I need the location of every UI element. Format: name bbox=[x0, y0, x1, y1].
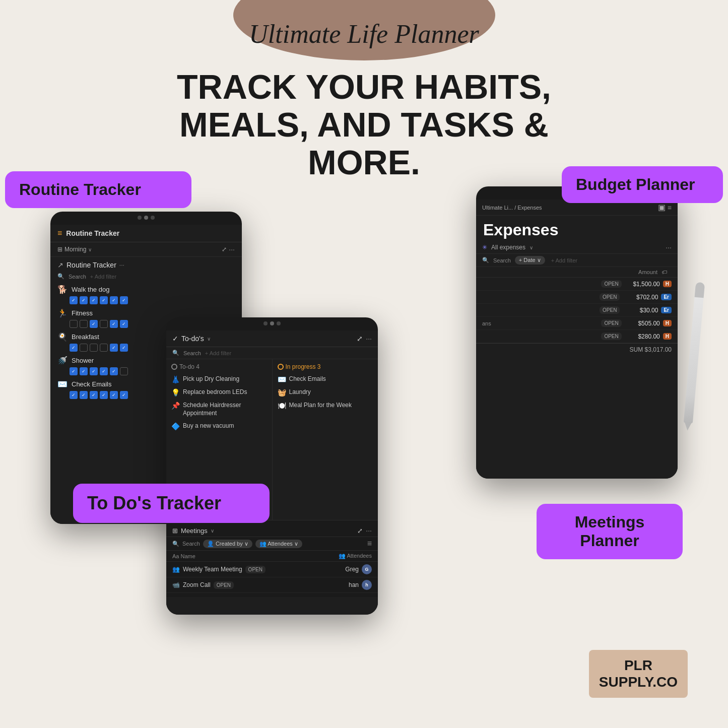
status-badge: OPEN bbox=[601, 319, 621, 327]
plr-line1: PLR bbox=[599, 657, 678, 674]
checkbox: ✓ bbox=[120, 344, 128, 352]
attendees-filter: 👥 Attendees ∨ bbox=[255, 540, 302, 548]
checkbox bbox=[90, 344, 98, 352]
checkbox bbox=[100, 320, 108, 328]
todo-col-in-progress: In progress 3 ✉️ Check Emails 🧺 Laundry … bbox=[273, 359, 378, 520]
checkbox: ✓ bbox=[100, 391, 108, 399]
todo-col-header: To-do 4 bbox=[171, 363, 267, 370]
in-progress-label: In progress 3 bbox=[286, 363, 321, 370]
todo-item: 🍽️ Meal Plan for the Week bbox=[278, 402, 373, 410]
expense-amount: $505.00 bbox=[625, 320, 660, 327]
status-badge: OPEN bbox=[245, 566, 266, 573]
plr-line2: SUPPLY.CO bbox=[599, 674, 678, 691]
todo-item: ✉️ Check Emails bbox=[278, 375, 373, 383]
add-filter-label: + Add filter bbox=[551, 257, 577, 263]
todo-item: 🔷 Buy a new vacuum bbox=[171, 422, 267, 430]
team-meeting-icon: 👥 bbox=[172, 566, 180, 573]
camera-dot bbox=[277, 321, 281, 325]
badge-meetings: Meetings Planner bbox=[537, 504, 683, 559]
routine-sub-header: ⊞ Morning ∨ ⤢ ··· bbox=[50, 242, 242, 257]
in-progress-icon bbox=[278, 364, 284, 370]
open-circle-icon bbox=[171, 364, 177, 370]
routine-icon: ≡ bbox=[57, 229, 62, 238]
tag-col-icon: 🏷 bbox=[661, 269, 672, 275]
checkbox: ✓ bbox=[100, 367, 108, 375]
tablet-camera-todo bbox=[263, 321, 281, 325]
search-icon: 🔍 bbox=[482, 257, 489, 263]
expenses-screen: Ultimate Li... / Expenses ▣ ≡ Expenses ✳… bbox=[476, 200, 678, 479]
meetings-section: ⊞ Meetings ∨ ⤢ ··· 🔍 Search 👤 Created by… bbox=[166, 520, 378, 597]
plans-label: ans bbox=[482, 320, 491, 326]
status-badge: OPEN bbox=[600, 293, 620, 301]
meeting-right: Greg G bbox=[345, 564, 372, 574]
expand-icon: ⤢ bbox=[357, 335, 363, 343]
meetings-search: 🔍 Search 👤 Created by ∨ 👥 Attendees ∨ ≡ bbox=[166, 537, 378, 551]
dots-icon: ··· bbox=[229, 245, 235, 253]
checkbox: ✓ bbox=[90, 296, 98, 304]
search-icon: 🔍 bbox=[172, 350, 179, 356]
meeting-row: 📹 Zoom Call OPEN han h bbox=[166, 577, 378, 593]
checkbox: ✓ bbox=[110, 320, 118, 328]
email-icon: ✉️ bbox=[278, 375, 286, 383]
led-icon: 💡 bbox=[171, 388, 180, 396]
expense-row: OPEN $702.00 Er bbox=[476, 291, 678, 304]
shower-label: Shower bbox=[72, 357, 94, 364]
routine-header: ≡ Routine Tracker bbox=[50, 225, 242, 242]
routine-title: Routine Tracker bbox=[66, 229, 119, 237]
search-icon: 🔍 bbox=[172, 541, 179, 547]
search-icon: 🔍 bbox=[57, 273, 64, 280]
expense-tag: Er bbox=[661, 294, 672, 300]
check-emails-label: Check Emails bbox=[72, 380, 111, 388]
meal-plan-icon: 🍽️ bbox=[278, 402, 286, 410]
meeting-row: 👥 Weekly Team Meeting OPEN Greg G bbox=[166, 562, 378, 577]
wifi-icon: ▣ bbox=[658, 203, 666, 212]
routine-item-name: 🐕 Walk the dog bbox=[57, 285, 235, 294]
chevron-down-icon: ∨ bbox=[88, 247, 92, 252]
dry-cleaning-text: Pick up Dry Cleaning bbox=[183, 375, 239, 383]
checkbox bbox=[100, 344, 108, 352]
sum-label: SUM $3,017.00 bbox=[630, 346, 672, 353]
checkbox bbox=[80, 320, 88, 328]
list-icon: ≡ bbox=[367, 539, 372, 548]
tablet-budget: Ultimate Li... / Expenses ▣ ≡ Expenses ✳… bbox=[476, 186, 678, 479]
expense-amount: $702.00 bbox=[623, 294, 658, 301]
checkbox: ✓ bbox=[70, 344, 78, 352]
chevron-icon: ∨ bbox=[211, 528, 214, 534]
checkbox: ✓ bbox=[110, 296, 118, 304]
breakfast-icon: 🍳 bbox=[57, 332, 68, 342]
expense-row: OPEN $30.00 Er bbox=[476, 304, 678, 317]
meetings-col-header: Aa Name 👥 Attendees bbox=[166, 551, 378, 562]
zoom-call-name: Zoom Call bbox=[183, 581, 211, 588]
checkbox bbox=[70, 320, 78, 328]
badge-budget: Budget Planner bbox=[562, 166, 723, 203]
checkbox: ✓ bbox=[120, 391, 128, 399]
walk-icon: 🐕 bbox=[57, 285, 68, 294]
plr-badge: PLR SUPPLY.CO bbox=[589, 650, 688, 698]
checkbox bbox=[120, 367, 128, 375]
checkbox: ✓ bbox=[90, 367, 98, 375]
date-badge: + Date ∨ bbox=[515, 256, 545, 264]
expense-tag: H bbox=[663, 320, 672, 326]
checkbox: ✓ bbox=[110, 367, 118, 375]
created-by-filter: 👤 Created by ∨ bbox=[203, 540, 252, 548]
expense-row: OPEN $1,500.00 H bbox=[476, 278, 678, 291]
walk-label: Walk the dog bbox=[72, 286, 109, 293]
todo-item: 🧺 Laundry bbox=[278, 388, 373, 396]
walk-checkboxes: ✓ ✓ ✓ ✓ ✓ ✓ bbox=[57, 296, 235, 304]
status-badge: OPEN bbox=[601, 333, 621, 340]
fitness-label: Fitness bbox=[72, 309, 93, 317]
expand-icon: ⤢ bbox=[222, 246, 227, 253]
check-icon: ✓ bbox=[172, 335, 178, 343]
hairdresser-text: Schedule Hairdresser Appointment bbox=[183, 402, 267, 417]
todo-col-header-in-progress: In progress 3 bbox=[278, 363, 373, 370]
expenses-filter-bar: ✳ All expenses ∨ ··· bbox=[476, 241, 678, 254]
checkbox: ✓ bbox=[70, 391, 78, 399]
tablet-camera-routine bbox=[138, 216, 155, 220]
routine-page-title: ↗ Routine Tracker ··· bbox=[50, 257, 242, 271]
attendees-col-header: 👥 Attendees bbox=[339, 553, 372, 559]
expenses-col-header: Amount 🏷 bbox=[476, 267, 678, 278]
vacuum-icon: 🔷 bbox=[171, 422, 180, 430]
checkbox: ✓ bbox=[80, 391, 88, 399]
meal-plan-text: Meal Plan for the Week bbox=[289, 402, 352, 410]
add-filter-label: + Add filter bbox=[205, 350, 231, 356]
